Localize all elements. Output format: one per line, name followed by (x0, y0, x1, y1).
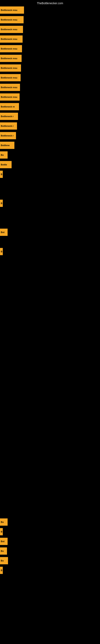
bar-item-1: Bottleneck resu (0, 16, 24, 23)
bar-item-8: Bottleneck resu (0, 84, 20, 91)
bar-item-14: Bottlene (0, 142, 14, 149)
bar-item-0: Bottleneck resu (0, 6, 24, 14)
bar-item-5: Bottleneck resu (0, 55, 22, 62)
bar-item-54: B (0, 528, 3, 535)
bar-item-23: Bot (0, 228, 8, 236)
bar-item-15: Bo (0, 151, 8, 158)
bar-item-56: Bo (0, 548, 7, 555)
bar-item-53: Bo (0, 518, 8, 526)
bar-item-13: Bottleneck r (0, 132, 16, 139)
bar-item-17: B (0, 171, 3, 178)
bar-item-7: Bottleneck resu (0, 74, 21, 81)
bar-item-9: Bottleneck resu (0, 94, 20, 100)
bar-item-12: Bottleneck r (0, 122, 17, 130)
bar-item-4: Bottleneck resu (0, 45, 22, 52)
bar-item-25: B (0, 248, 3, 255)
bar-item-6: Bottleneck resu (0, 64, 21, 72)
bar-item-16: Bottle (0, 161, 12, 168)
site-title: TheBottlenecker.com (0, 2, 100, 5)
bar-item-10: Bottleneck re (0, 103, 19, 110)
bar-item-11: Bottleneck r (0, 113, 18, 120)
bar-item-3: Bottleneck resu (0, 36, 23, 43)
bar-item-55: Bot (0, 538, 8, 545)
bar-item-20: B (0, 200, 3, 207)
bar-item-2: Bottleneck resu (0, 26, 23, 33)
bar-item-57: Bo (0, 557, 8, 564)
bar-item-58: B (0, 567, 3, 574)
